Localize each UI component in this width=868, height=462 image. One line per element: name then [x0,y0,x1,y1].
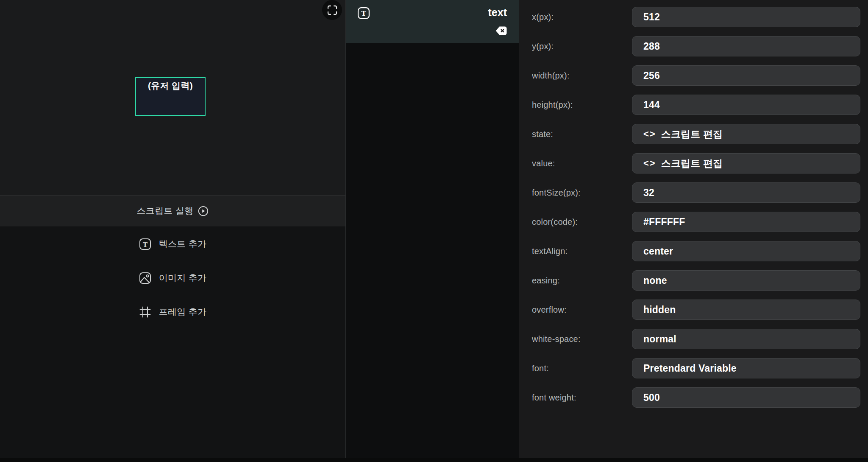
property-input[interactable]: 512 [632,7,860,27]
layer-title: text [488,6,507,19]
property-value: center [643,246,673,257]
property-input[interactable]: center [632,241,860,261]
property-input[interactable]: #FFFFFF [632,212,860,232]
property-value: #FFFFFF [643,216,685,228]
text-icon: T [139,238,151,250]
code-icon: <> [643,158,656,169]
canvas-element-label: (유저 입력) [148,80,193,115]
play-icon [198,206,209,216]
svg-text:T: T [143,241,148,248]
property-value: 256 [643,70,660,81]
property-label: x(px): [519,12,632,22]
script-edit-button[interactable]: <>스크립트 편집 [632,124,860,144]
editor-window: (유저 입력) 스크립트 실행 [0,0,868,462]
property-label: value: [519,159,632,168]
canvas-column: (유저 입력) 스크립트 실행 [0,0,346,462]
property-input[interactable]: 288 [632,36,860,56]
run-script-button[interactable]: 스크립트 실행 [0,195,345,227]
property-label: width(px): [519,71,632,81]
properties-panel: x(px):512y(px):288width(px):256height(px… [519,0,868,462]
property-row: easing:none [519,270,868,291]
property-input[interactable]: 256 [632,65,860,86]
property-row: state:<>스크립트 편집 [519,124,868,144]
property-value: 스크립트 편집 [661,157,723,170]
property-label: easing: [519,276,632,286]
fullscreen-button[interactable] [322,0,342,20]
property-input[interactable]: Pretendard Variable [632,358,860,378]
property-label: white-space: [519,334,632,344]
property-label: color(code): [519,217,632,227]
property-input[interactable]: 32 [632,182,860,203]
property-input[interactable]: hidden [632,300,860,320]
property-row: white-space:normal [519,329,868,349]
property-value: 144 [643,99,660,111]
add-frame-button[interactable]: 프레임 추가 [0,295,345,329]
property-label: height(px): [519,100,632,110]
property-input[interactable]: none [632,270,860,291]
property-row: x(px):512 [519,7,868,27]
layer-column: T text [346,0,519,462]
frame-icon [139,306,151,318]
property-value: 500 [643,392,660,403]
property-row: value:<>스크립트 편집 [519,153,868,174]
property-label: y(px): [519,42,632,51]
property-value: none [643,275,667,286]
property-row: overflow:hidden [519,300,868,320]
property-value: Pretendard Variable [643,363,737,374]
property-input[interactable]: 144 [632,95,860,115]
property-label: fontSize(px): [519,188,632,198]
run-script-label: 스크립트 실행 [137,205,194,217]
property-label: state: [519,129,632,139]
property-row: width(px):256 [519,65,868,86]
property-row: height(px):144 [519,95,868,115]
property-value: 32 [643,187,654,199]
property-value: 512 [643,11,660,23]
property-label: overflow: [519,305,632,315]
add-image-button[interactable]: 이미지 추가 [0,261,345,295]
stage-canvas[interactable]: (유저 입력) [0,0,345,195]
property-label: font: [519,364,632,373]
bottom-strip [0,458,868,462]
script-edit-button[interactable]: <>스크립트 편집 [632,153,860,174]
property-value: hidden [643,304,676,316]
add-text-button[interactable]: T 텍스트 추가 [0,227,345,261]
property-value: 스크립트 편집 [661,128,723,141]
property-row: textAlign:center [519,241,868,261]
properties-rows: x(px):512y(px):288width(px):256height(px… [519,0,868,408]
property-row: fontSize(px):32 [519,182,868,203]
code-icon: <> [643,129,656,140]
property-row: color(code):#FFFFFF [519,212,868,232]
property-input[interactable]: normal [632,329,860,349]
delete-layer-button[interactable] [495,26,507,35]
image-icon [139,272,151,284]
property-label: textAlign: [519,246,632,256]
property-input[interactable]: 500 [632,387,860,408]
add-text-label: 텍스트 추가 [159,238,207,250]
add-image-label: 이미지 추가 [159,272,207,284]
property-row: font:Pretendard Variable [519,358,868,378]
tool-list: T 텍스트 추가 이미지 추가 [0,227,345,329]
property-row: font weight:500 [519,387,868,408]
property-value: 288 [643,41,660,52]
add-frame-label: 프레임 추가 [159,306,207,318]
property-row: y(px):288 [519,36,868,56]
layer-body[interactable] [346,43,519,462]
property-value: normal [643,333,676,345]
layer-header[interactable]: T text [346,0,519,43]
canvas-text-element[interactable]: (유저 입력) [135,77,206,116]
fullscreen-icon [327,5,338,16]
text-layer-icon: T [357,7,370,20]
property-label: font weight: [519,393,632,403]
svg-text:T: T [361,9,366,17]
